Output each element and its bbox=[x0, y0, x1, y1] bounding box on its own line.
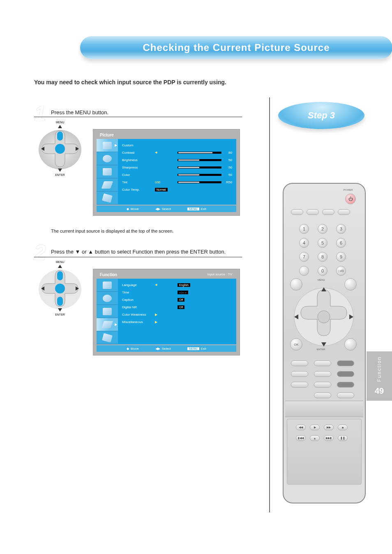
remote-control: ⏻ POWER 1 2 3 4 5 6 7 8 9 0 □/⊟ MENU ENT… bbox=[283, 183, 366, 503]
osd2-time-chip: --:-- -- bbox=[178, 291, 188, 294]
ff-button[interactable]: ▶▶ bbox=[324, 425, 334, 430]
eject-button[interactable]: ▲ bbox=[310, 435, 320, 441]
osd2-dnr-label: Digital NR bbox=[122, 305, 155, 309]
num-2-button[interactable]: 2 bbox=[318, 224, 327, 234]
osd-tab-channel[interactable] bbox=[97, 165, 118, 178]
osd2-foot-move: ◆ Move bbox=[127, 347, 139, 351]
osd2-foot-select: ◀▶ Select bbox=[155, 347, 171, 351]
osd-picture-panel: Picture ▶ Custom Contrast◀80 Brightness5… bbox=[93, 129, 240, 216]
prech-button[interactable] bbox=[307, 209, 319, 215]
osd2-tab-list: ▶ bbox=[97, 279, 118, 344]
num-7-button[interactable]: 7 bbox=[299, 252, 309, 262]
osd1-brightness-value: 50 bbox=[224, 158, 232, 162]
power-label: POWER bbox=[344, 189, 353, 191]
osd2-tab-function[interactable]: ▶ bbox=[97, 318, 118, 331]
caption-button[interactable] bbox=[314, 371, 331, 377]
exit-button[interactable] bbox=[344, 338, 357, 351]
psize-button[interactable] bbox=[338, 209, 350, 215]
osd2-caption-label: Caption bbox=[122, 298, 155, 302]
svg-rect-4 bbox=[57, 132, 63, 141]
skip-back-button[interactable]: ▮◀◀ bbox=[296, 435, 306, 441]
svg-marker-1 bbox=[58, 125, 62, 128]
dpad-illustration-1: MENU ENTER bbox=[35, 119, 85, 177]
osd1-color-value: 50 bbox=[224, 173, 232, 177]
step-pill: Step 3 bbox=[278, 102, 364, 129]
num-8-button[interactable]: 8 bbox=[318, 252, 327, 262]
side-tab-label: Function bbox=[376, 356, 382, 382]
pip-button-r[interactable] bbox=[291, 382, 308, 388]
osd2-dnr-chip: Off bbox=[178, 305, 184, 309]
osd2-language-label: Language bbox=[122, 283, 155, 287]
page-side-tab: Function 49 bbox=[367, 351, 392, 401]
pause-button[interactable]: ❚❚ bbox=[338, 435, 348, 441]
dpad-illustration-2: MENU ENTER bbox=[35, 259, 85, 316]
size-button[interactable] bbox=[314, 392, 331, 398]
rewind-button[interactable]: ◀◀ bbox=[296, 425, 306, 430]
remote-dpad[interactable] bbox=[293, 286, 355, 348]
intro-text: You may need to check which input source… bbox=[34, 79, 226, 85]
aspect-button[interactable] bbox=[314, 382, 331, 388]
swap-button[interactable] bbox=[337, 371, 354, 377]
vertical-divider bbox=[269, 97, 270, 512]
svg-text:MENU: MENU bbox=[56, 261, 65, 263]
smode-button[interactable] bbox=[337, 360, 354, 366]
mts-button[interactable] bbox=[291, 371, 308, 377]
skip-fwd-button[interactable]: ▶▶▮ bbox=[324, 435, 334, 441]
num-6-button[interactable]: 6 bbox=[336, 238, 346, 248]
still-button[interactable] bbox=[314, 360, 331, 366]
locate-button[interactable] bbox=[337, 382, 354, 388]
osd2-tab-setup[interactable] bbox=[97, 331, 118, 344]
osd2-tab-channel[interactable] bbox=[97, 305, 118, 318]
dash-button[interactable] bbox=[299, 266, 309, 276]
osd2-source-key: Input source bbox=[207, 272, 225, 276]
osd-tab-setup[interactable] bbox=[97, 192, 118, 205]
osd1-contrast-label: Contrast bbox=[122, 151, 155, 155]
num-1-button[interactable]: 1 bbox=[299, 224, 309, 234]
menu-label: MENU bbox=[318, 279, 325, 281]
svg-rect-14 bbox=[57, 297, 63, 306]
osd-tab-function[interactable] bbox=[97, 178, 118, 192]
svg-marker-10 bbox=[58, 265, 62, 268]
osd1-custom-label: Custom bbox=[122, 143, 155, 147]
osd1-colortemp-chip: Normal bbox=[155, 188, 168, 192]
stop-button[interactable]: ■ bbox=[338, 425, 348, 430]
osd1-brightness-label: Brightness bbox=[122, 158, 155, 162]
osd-tab-list: ▶ bbox=[97, 139, 118, 205]
osd-tab-sound[interactable] bbox=[97, 152, 118, 165]
svg-rect-13 bbox=[57, 271, 63, 280]
osd1-tint-label: Tint bbox=[122, 180, 155, 184]
step-1-text: Press the MENU button. bbox=[51, 109, 108, 115]
osd-function-panel: Function ▶ Input source : TV Language◀En… bbox=[93, 269, 240, 355]
play-button[interactable]: ▶ bbox=[310, 425, 320, 430]
remote-door bbox=[285, 401, 363, 417]
osd2-tab-picture[interactable] bbox=[97, 279, 118, 292]
step-2-sub: The current input source is displayed at… bbox=[51, 228, 173, 234]
svg-marker-5 bbox=[58, 169, 62, 172]
svg-marker-15 bbox=[58, 308, 62, 312]
rule-2 bbox=[34, 257, 242, 257]
extra-button[interactable]: □/⊟ bbox=[336, 266, 346, 276]
svg-point-20 bbox=[318, 311, 330, 323]
osd2-source-val: TV bbox=[228, 272, 232, 276]
sleep-button[interactable] bbox=[322, 209, 334, 215]
osd2-time-label: Time bbox=[122, 291, 155, 294]
num-4-button[interactable]: 4 bbox=[299, 238, 309, 248]
num-5-button[interactable]: 5 bbox=[318, 238, 327, 248]
power-button[interactable]: ⏻ bbox=[345, 194, 356, 204]
num-3-button[interactable]: 3 bbox=[336, 224, 346, 234]
pmode-button[interactable] bbox=[291, 360, 308, 366]
title-banner: Checking the Current Picture Source bbox=[80, 36, 392, 59]
svg-text:MENU: MENU bbox=[56, 121, 65, 124]
rule-1 bbox=[34, 117, 242, 117]
step-2-text: Press the ▼ or ▲ button to select Functi… bbox=[51, 249, 244, 255]
svg-text:ENTER: ENTER bbox=[55, 173, 65, 176]
num-9-button[interactable]: 9 bbox=[336, 252, 346, 262]
osd2-tab-sound[interactable] bbox=[97, 292, 118, 305]
osd1-heading: Picture bbox=[100, 133, 233, 137]
osd-tab-picture[interactable]: ▶ bbox=[97, 139, 118, 152]
mode-button[interactable] bbox=[291, 209, 303, 215]
num-0-button[interactable]: 0 bbox=[318, 266, 327, 276]
ok-button[interactable]: OK bbox=[290, 338, 302, 351]
reset-button[interactable] bbox=[337, 392, 354, 398]
osd-foot-move: ◆ Move bbox=[127, 207, 139, 211]
